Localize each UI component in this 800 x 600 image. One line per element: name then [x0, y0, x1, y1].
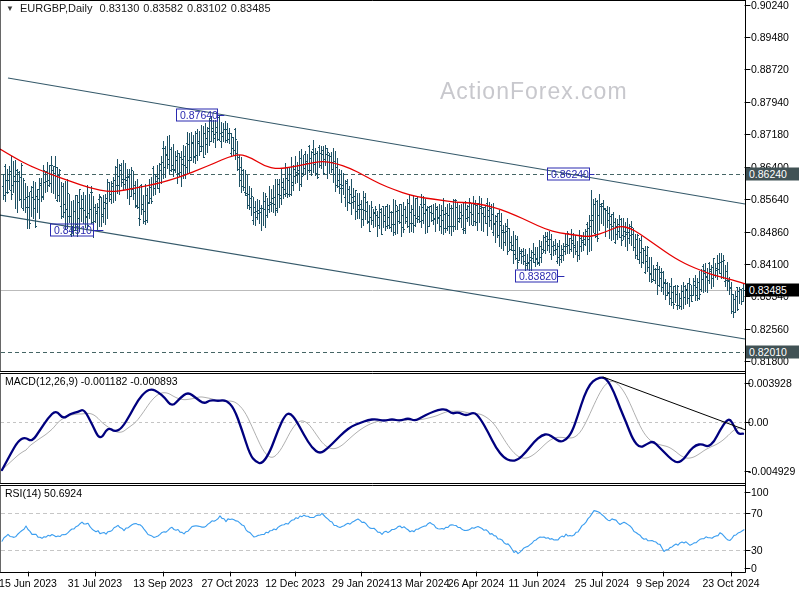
- price-annotation[interactable]: 0.83820: [515, 270, 558, 283]
- price-axis-label: 0.84100: [751, 258, 789, 270]
- rsi-indicator-label: RSI(14) 50.6924: [5, 487, 82, 499]
- rsi-axis-label: 0: [751, 562, 757, 574]
- date-axis-label: 13 Mar 2024: [391, 577, 450, 589]
- price-axis-label: 0.85640: [751, 193, 789, 205]
- macd-axis-label: 0.00: [748, 416, 768, 428]
- price-axis-label: 0.87180: [751, 128, 789, 140]
- date-axis-label: 31 Jul 2023: [68, 577, 122, 589]
- macd-axis-label: -0.004929: [748, 465, 795, 477]
- date-axis-label: 26 Apr 2024: [448, 577, 505, 589]
- rsi-axis-label: 30: [751, 544, 763, 556]
- rsi-axis-label: 100: [751, 486, 769, 498]
- symbol-title: EURGBP,Daily: [20, 2, 93, 14]
- date-axis-label: 9 Sep 2024: [636, 577, 690, 589]
- watermark: ActionForex.com: [440, 78, 628, 105]
- date-axis-label: 27 Oct 2023: [201, 577, 258, 589]
- price-axis-label: 0.90240: [751, 0, 789, 11]
- date-axis-label: 23 Oct 2024: [702, 577, 759, 589]
- price-chart-canvas[interactable]: [0, 0, 800, 600]
- price-axis-label: 0.87940: [751, 96, 789, 108]
- date-axis-label: 11 Jun 2024: [508, 577, 565, 589]
- ohlc-close: 0.83485: [231, 2, 271, 14]
- macd-indicator-label: MACD(12,26,9) -0.001182 -0.000893: [5, 375, 178, 387]
- chart-window: ▼EURGBP,Daily 0.831300.835820.831020.834…: [0, 0, 800, 600]
- price-badge: 0.83485: [746, 284, 799, 297]
- ohlc-high: 0.83582: [143, 2, 183, 14]
- price-axis-label: 0.82560: [751, 323, 789, 335]
- symbol-info-bar: ▼EURGBP,Daily 0.831300.835820.831020.834…: [6, 2, 275, 14]
- date-axis-label: 15 Jun 2023: [0, 577, 57, 589]
- price-annotation[interactable]: 0.86240: [547, 168, 590, 181]
- date-axis-label: 12 Dec 2023: [265, 577, 325, 589]
- ohlc-open: 0.83130: [100, 2, 140, 14]
- price-axis-label: 0.89480: [751, 31, 789, 43]
- price-annotation[interactable]: 0.84910: [50, 224, 94, 237]
- date-axis-label: 13 Sep 2023: [133, 577, 193, 589]
- price-axis-label: 0.84860: [751, 226, 789, 238]
- price-axis-label: 0.88720: [751, 63, 789, 75]
- ohlc-low: 0.83102: [187, 2, 227, 14]
- date-axis-label: 25 Jul 2024: [575, 577, 629, 589]
- macd-axis-label: 0.003928: [748, 377, 792, 389]
- date-axis-label: 29 Jan 2024: [332, 577, 390, 589]
- price-badge: 0.86240: [746, 168, 799, 181]
- symbol-dropdown-icon[interactable]: ▼: [6, 4, 14, 13]
- price-annotation[interactable]: 0.87640: [176, 109, 218, 122]
- rsi-axis-label: 70: [751, 507, 763, 519]
- price-badge: 0.82010: [746, 346, 799, 359]
